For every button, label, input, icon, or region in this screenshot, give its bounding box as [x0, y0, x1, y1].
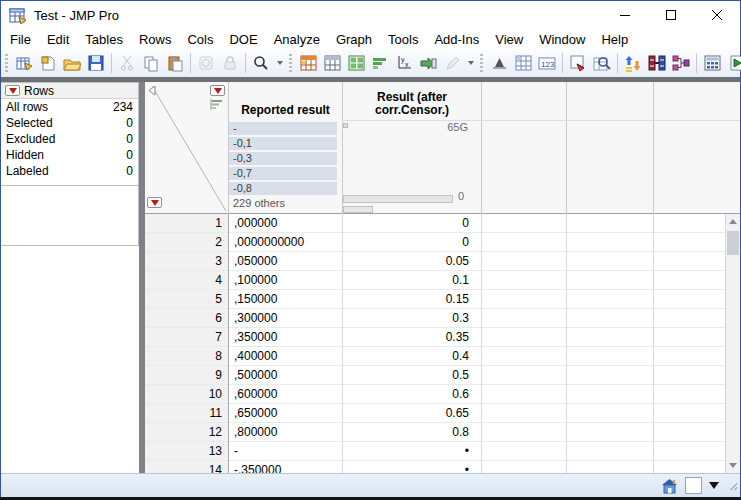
calculator-icon[interactable] [701, 52, 723, 74]
cell-result[interactable]: 0 [342, 214, 475, 232]
new-journal-icon[interactable] [37, 52, 59, 74]
menu-file[interactable]: File [2, 30, 39, 49]
sort-columns-icon[interactable] [622, 52, 644, 74]
value-labels-icon[interactable]: 123 [536, 52, 558, 74]
menu-tables[interactable]: Tables [77, 30, 131, 49]
cell-result[interactable]: 0.6 [342, 385, 475, 403]
new-data-table-icon[interactable] [13, 52, 35, 74]
resize-grip[interactable] [728, 481, 737, 490]
minimize-button[interactable] [602, 1, 648, 30]
menu-cols[interactable]: Cols [179, 30, 221, 49]
cell-result[interactable]: 0 [342, 233, 475, 251]
open-icon[interactable] [61, 52, 83, 74]
formula-icon[interactable] [417, 52, 439, 74]
toolbar-overflow-caret[interactable] [277, 61, 283, 65]
paste-icon[interactable] [164, 52, 186, 74]
tabulate-icon[interactable] [345, 52, 367, 74]
cell-result[interactable]: 0.5 [342, 366, 475, 384]
table-row[interactable]: 3,0500000.05 [145, 252, 740, 271]
cell-result[interactable]: 0.1 [342, 271, 475, 289]
graph-builder-icon[interactable] [369, 52, 391, 74]
vertical-scrollbar[interactable] [725, 214, 740, 473]
menu-analyze[interactable]: Analyze [266, 30, 328, 49]
table-row[interactable]: 9,5000000.5 [145, 366, 740, 385]
row-number[interactable]: 3 [145, 252, 228, 270]
join-tables-icon[interactable] [646, 52, 668, 74]
scroll-up-button[interactable] [726, 214, 740, 229]
cut-icon[interactable] [116, 52, 138, 74]
split-columns-icon[interactable] [670, 52, 692, 74]
cell-result[interactable]: 0.35 [342, 328, 475, 346]
summary-icon[interactable] [321, 52, 343, 74]
header-graph-icon[interactable] [210, 99, 223, 110]
brush-icon[interactable] [441, 52, 463, 74]
toolbar-grip[interactable] [5, 54, 8, 72]
save-icon[interactable] [85, 52, 107, 74]
cell-reported[interactable]: ,050000 [229, 252, 341, 270]
cell-reported[interactable]: ,650000 [229, 404, 341, 422]
cell-result[interactable]: 0.15 [342, 290, 475, 308]
collapse-triangle-icon[interactable] [147, 85, 156, 96]
data-grid-icon[interactable] [512, 52, 534, 74]
rows-panel-header[interactable]: Rows [1, 83, 138, 99]
cell-reported[interactable]: ,150000 [229, 290, 341, 308]
result-header-preview[interactable]: 65G 0 [343, 121, 481, 213]
table-row[interactable]: 6,3000000.3 [145, 309, 740, 328]
cell-reported[interactable]: ,500000 [229, 366, 341, 384]
status-dropdown-caret[interactable] [709, 482, 719, 489]
menu-window[interactable]: Window [531, 30, 593, 49]
table-row[interactable]: 10,6000000.6 [145, 385, 740, 404]
row-number[interactable]: 13 [145, 442, 228, 460]
rows-red-triangle-icon[interactable] [147, 197, 162, 208]
menu-edit[interactable]: Edit [39, 30, 77, 49]
toolbar-grip[interactable] [289, 54, 292, 72]
scroll-down-button[interactable] [726, 458, 740, 473]
table-row[interactable]: 1,0000000 [145, 214, 740, 233]
cell-result[interactable]: 0.65 [342, 404, 475, 422]
row-number[interactable]: 14 [145, 461, 228, 473]
menu-rows[interactable]: Rows [131, 30, 180, 49]
distribution-icon[interactable] [488, 52, 510, 74]
table-row[interactable]: 14-,350000• [145, 461, 740, 473]
menu-addins[interactable]: Add-Ins [426, 30, 487, 49]
row-number[interactable]: 8 [145, 347, 228, 365]
red-triangle-menu-icon[interactable] [5, 85, 20, 96]
table-row[interactable]: 2,00000000000 [145, 233, 740, 252]
cell-result[interactable]: 0.8 [342, 423, 475, 441]
data-table-icon[interactable] [297, 52, 319, 74]
cell-result[interactable]: 0.4 [342, 347, 475, 365]
find-table-icon[interactable] [591, 52, 613, 74]
toolbar-grip[interactable] [480, 54, 483, 72]
cell-reported[interactable]: ,300000 [229, 309, 341, 327]
row-number[interactable]: 7 [145, 328, 228, 346]
cell-reported[interactable]: ,800000 [229, 423, 341, 441]
row-number[interactable]: 1 [145, 214, 228, 232]
row-number[interactable]: 10 [145, 385, 228, 403]
menu-graph[interactable]: Graph [328, 30, 380, 49]
table-row[interactable]: 7,3500000.35 [145, 328, 740, 347]
menu-view[interactable]: View [487, 30, 531, 49]
table-row[interactable]: 11,6500000.65 [145, 404, 740, 423]
menu-tools[interactable]: Tools [380, 30, 426, 49]
columns-red-triangle-icon[interactable] [210, 85, 225, 96]
lock-icon[interactable] [219, 52, 241, 74]
cell-result[interactable]: • [342, 442, 475, 460]
table-row[interactable]: 5,1500000.15 [145, 290, 740, 309]
search-icon[interactable] [250, 52, 272, 74]
cell-reported[interactable]: ,400000 [229, 347, 341, 365]
table-row[interactable]: 13-• [145, 442, 740, 461]
menu-help[interactable]: Help [593, 30, 636, 49]
menu-doe[interactable]: DOE [221, 30, 265, 49]
row-number[interactable]: 5 [145, 290, 228, 308]
cell-result[interactable]: 0.3 [342, 309, 475, 327]
restore-icon[interactable] [195, 52, 217, 74]
table-row[interactable]: 12,8000000.8 [145, 423, 740, 442]
row-number[interactable]: 12 [145, 423, 228, 441]
column-header-reported[interactable]: Reported result [229, 82, 342, 120]
table-row[interactable]: 4,1000000.1 [145, 271, 740, 290]
close-button[interactable] [694, 1, 740, 30]
row-number[interactable]: 4 [145, 271, 228, 289]
reported-header-preview[interactable]: - -0,1 -0,3 -0,7 -0,8 229 others [229, 121, 342, 211]
run-script-icon[interactable] [725, 52, 741, 74]
cell-result[interactable]: 0.05 [342, 252, 475, 270]
